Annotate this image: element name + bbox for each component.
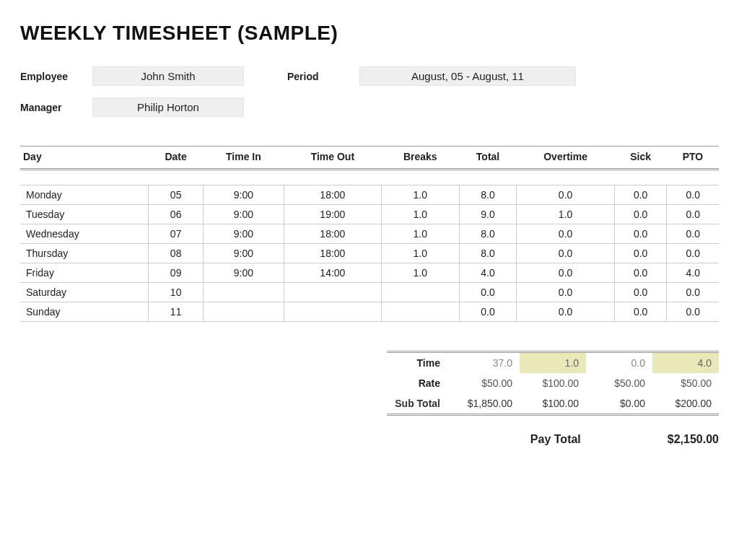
manager-label: Manager [20,102,92,113]
cell-total[interactable]: 8.0 [459,224,517,244]
cell-day[interactable]: Wednesday [20,224,149,244]
cell-date[interactable]: 09 [149,263,204,283]
col-pto: PTO [667,146,719,170]
pay-total-label: Pay Total [530,433,581,446]
cell-pto[interactable]: 0.0 [667,185,719,205]
cell-ot[interactable]: 0.0 [517,302,614,322]
cell-pto[interactable]: 0.0 [667,205,719,224]
summary-rate-row: Rate $50.00 $100.00 $50.00 $50.00 [387,373,719,393]
cell-breaks[interactable]: 1.0 [381,205,459,224]
summary-time-total: 37.0 [453,352,520,374]
employee-field[interactable]: John Smith [92,66,244,86]
table-row: Saturday100.00.00.00.0 [20,283,719,302]
cell-in[interactable]: 9:00 [203,185,284,205]
summary-sub-ot: $100.00 [520,393,586,415]
cell-out[interactable]: 19:00 [284,205,381,224]
cell-sick[interactable]: 0.0 [614,224,667,244]
cell-sick[interactable]: 0.0 [614,283,667,302]
summary-time-ot: 1.0 [520,352,586,374]
cell-out[interactable] [284,283,381,302]
summary-rate-sick: $50.00 [586,373,652,393]
cell-day[interactable]: Saturday [20,283,149,302]
summary-sub-row: Sub Total $1,850.00 $100.00 $0.00 $200.0… [387,393,719,415]
col-total: Total [459,146,517,170]
summary-sub-pto: $200.00 [652,393,719,415]
cell-pto[interactable]: 4.0 [667,263,719,283]
cell-out[interactable]: 18:00 [284,244,381,263]
summary-rate-label: Rate [387,373,453,393]
cell-breaks[interactable] [381,302,459,322]
cell-total[interactable]: 4.0 [459,263,517,283]
cell-out[interactable]: 18:00 [284,224,381,244]
table-row: Thursday089:0018:001.08.00.00.00.0 [20,244,719,263]
page-title: WEEKLY TIMESHEET (SAMPLE) [20,22,719,45]
cell-in[interactable]: 9:00 [203,224,284,244]
header-row: Day Date Time In Time Out Breaks Total O… [20,146,719,170]
cell-pto[interactable]: 0.0 [667,283,719,302]
employee-label: Employee [20,71,92,82]
cell-ot[interactable]: 0.0 [517,244,614,263]
timesheet-table: Day Date Time In Time Out Breaks Total O… [20,146,719,322]
cell-sick[interactable]: 0.0 [614,302,667,322]
cell-day[interactable]: Sunday [20,302,149,322]
summary-rate-pto: $50.00 [652,373,719,393]
cell-breaks[interactable]: 1.0 [381,263,459,283]
col-time-out: Time Out [284,146,381,170]
cell-pto[interactable]: 0.0 [667,244,719,263]
cell-day[interactable]: Friday [20,263,149,283]
cell-ot[interactable]: 0.0 [517,185,614,205]
summary-time-label: Time [387,352,453,374]
col-time-in: Time In [203,146,284,170]
cell-total[interactable]: 8.0 [459,244,517,263]
manager-field[interactable]: Philip Horton [92,97,244,117]
cell-breaks[interactable]: 1.0 [381,224,459,244]
cell-total[interactable]: 0.0 [459,283,517,302]
cell-date[interactable]: 07 [149,224,204,244]
cell-in[interactable] [203,283,284,302]
cell-date[interactable]: 05 [149,185,204,205]
summary-time-sick: 0.0 [586,352,652,374]
cell-day[interactable]: Thursday [20,244,149,263]
cell-breaks[interactable]: 1.0 [381,185,459,205]
cell-out[interactable]: 14:00 [284,263,381,283]
cell-breaks[interactable]: 1.0 [381,244,459,263]
cell-pto[interactable]: 0.0 [667,302,719,322]
cell-pto[interactable]: 0.0 [667,224,719,244]
summary-rate-ot: $100.00 [520,373,586,393]
pay-total-value: $2,150.00 [668,433,719,446]
col-overtime: Overtime [517,146,614,170]
summary-sub-total: $1,850.00 [453,393,520,415]
cell-ot[interactable]: 1.0 [517,205,614,224]
table-row: Sunday110.00.00.00.0 [20,302,719,322]
cell-in[interactable]: 9:00 [203,205,284,224]
cell-in[interactable] [203,302,284,322]
summary-rate-total: $50.00 [453,373,520,393]
cell-sick[interactable]: 0.0 [614,263,667,283]
cell-sick[interactable]: 0.0 [614,185,667,205]
col-sick: Sick [614,146,667,170]
cell-date[interactable]: 11 [149,302,204,322]
cell-sick[interactable]: 0.0 [614,205,667,224]
cell-out[interactable]: 18:00 [284,185,381,205]
cell-total[interactable]: 8.0 [459,185,517,205]
cell-out[interactable] [284,302,381,322]
period-label: Period [287,71,359,82]
cell-ot[interactable]: 0.0 [517,263,614,283]
period-field[interactable]: August, 05 - August, 11 [359,66,576,86]
cell-date[interactable]: 08 [149,244,204,263]
cell-day[interactable]: Monday [20,185,149,205]
cell-ot[interactable]: 0.0 [517,283,614,302]
cell-ot[interactable]: 0.0 [517,224,614,244]
cell-total[interactable]: 0.0 [459,302,517,322]
cell-in[interactable]: 9:00 [203,244,284,263]
summary-time-row: Time 37.0 1.0 0.0 4.0 [387,352,719,374]
cell-sick[interactable]: 0.0 [614,244,667,263]
cell-date[interactable]: 10 [149,283,204,302]
cell-breaks[interactable] [381,283,459,302]
cell-total[interactable]: 9.0 [459,205,517,224]
summary-sub-sick: $0.00 [586,393,652,415]
cell-day[interactable]: Tuesday [20,205,149,224]
meta-row-2: Manager Philip Horton [20,97,719,117]
cell-in[interactable]: 9:00 [203,263,284,283]
cell-date[interactable]: 06 [149,205,204,224]
